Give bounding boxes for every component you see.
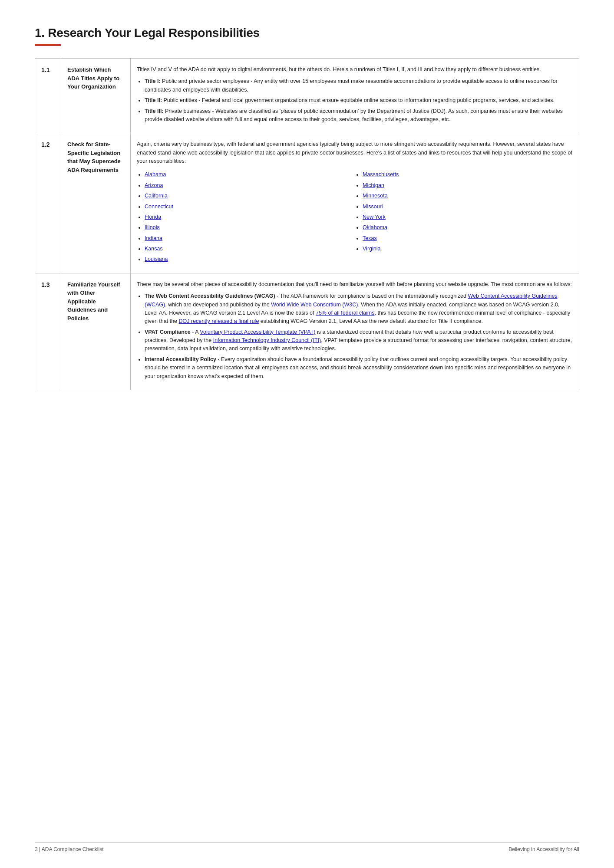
state-link[interactable]: Massachusetts (363, 171, 399, 178)
states-col2: MassachusettsMichiganMinnesotaMissouriNe… (363, 171, 573, 266)
doj-rule-link[interactable]: DOJ recently released a final rule (179, 318, 259, 324)
list-item: Michigan (363, 181, 573, 190)
state-link[interactable]: Oklahoma (363, 224, 387, 230)
row-intro-1-1: Titles IV and V of the ADA do not apply … (137, 66, 573, 74)
list-item: Kansas (145, 245, 355, 253)
list-item: Title I: Public and private sector emplo… (145, 77, 573, 94)
row-intro-1-3: There may be several other pieces of acc… (137, 280, 573, 289)
row-content-1-1: Titles IV and V of the ADA do not apply … (131, 59, 579, 133)
list-item: VPAT Compliance - A Voluntary Product Ac… (145, 328, 573, 353)
list-item: Oklahoma (363, 224, 573, 232)
row-num-1-1: 1.1 (35, 59, 61, 133)
list-item: Florida (145, 213, 355, 221)
title-i-label: Title I: (145, 78, 161, 84)
table-row: 1.2 Check for State-Specific Legislation… (35, 133, 579, 273)
state-link[interactable]: Arizona (145, 182, 163, 188)
list-item: Indiana (145, 234, 355, 243)
list-item: New York (363, 213, 573, 221)
row-intro-1-2: Again, criteria vary by business type, w… (137, 140, 573, 165)
row-title-1-1: Establish Which ADA Titles Apply to Your… (61, 59, 131, 133)
list-item: Illinois (145, 224, 355, 232)
row-num-1-2: 1.2 (35, 133, 61, 273)
state-link[interactable]: Texas (363, 235, 377, 241)
footer: 3 | ADA Compliance Checklist Believing i… (35, 842, 579, 852)
state-link[interactable]: Kansas (145, 246, 163, 252)
title-underline (35, 44, 61, 46)
states-two-col: AlabamaArizonaCaliforniaConnecticutFlori… (137, 169, 573, 266)
page-title: 1. Research Your Legal Responsibilities (35, 26, 579, 40)
list-item: Missouri (363, 203, 573, 211)
table-row: 1.1 Establish Which ADA Titles Apply to … (35, 59, 579, 133)
row-content-1-3: There may be several other pieces of acc… (131, 273, 579, 390)
row-list-1-1: Title I: Public and private sector emplo… (145, 77, 573, 124)
list-item: Title III: Private businesses - Websites… (145, 107, 573, 124)
list-item: Title II: Public entities - Federal and … (145, 96, 573, 105)
list-item: Texas (363, 234, 573, 243)
list-item: Arizona (145, 181, 355, 190)
states-col1: AlabamaArizonaCaliforniaConnecticutFlori… (145, 171, 355, 266)
row-num-1-3: 1.3 (35, 273, 61, 390)
list-item: Louisiana (145, 255, 355, 263)
w3c-link[interactable]: World Wide Web Consortium (W3C) (271, 302, 358, 308)
title-ii-label: Title II: (145, 97, 162, 103)
list-item: Alabama (145, 171, 355, 179)
footer-right: Believing in Accessibility for All (508, 846, 579, 852)
footer-left: 3 | ADA Compliance Checklist (35, 846, 104, 852)
state-link[interactable]: Louisiana (145, 256, 168, 262)
state-link[interactable]: Connecticut (145, 204, 173, 210)
list-item: Internal Accessibility Policy - Every or… (145, 355, 573, 381)
state-link[interactable]: Virginia (363, 246, 380, 252)
content-table: 1.1 Establish Which ADA Titles Apply to … (35, 58, 579, 390)
list-item: Connecticut (145, 203, 355, 211)
state-link[interactable]: Minnesota (363, 193, 388, 199)
list-item: California (145, 192, 355, 200)
list-item: Massachusetts (363, 171, 573, 179)
policy-label: Internal Accessibility Policy (145, 356, 216, 362)
state-link[interactable]: Indiana (145, 235, 162, 241)
vpat-label: VPAT Compliance (145, 329, 191, 335)
state-link[interactable]: Alabama (145, 171, 166, 178)
federal-claims-link[interactable]: 75% of all federal claims (316, 310, 374, 316)
row-title-1-3: Familiarize Yourself with Other Applicab… (61, 273, 131, 390)
row-title-1-2: Check for State-Specific Legislation tha… (61, 133, 131, 273)
list-item: Virginia (363, 245, 573, 253)
state-link[interactable]: California (145, 193, 168, 199)
state-link[interactable]: Illinois (145, 224, 160, 230)
state-link[interactable]: Florida (145, 214, 161, 220)
title-iii-label: Title III: (145, 108, 164, 114)
row-list-1-3: The Web Content Accessibility Guidelines… (145, 292, 573, 381)
state-link[interactable]: Michigan (363, 182, 384, 188)
iti-link[interactable]: Information Technology Industry Council … (213, 337, 321, 343)
list-item: Minnesota (363, 192, 573, 200)
row-content-1-2: Again, criteria vary by business type, w… (131, 133, 579, 273)
vpat-link[interactable]: Voluntary Product Accessibility Template… (200, 329, 315, 335)
state-link[interactable]: New York (363, 214, 386, 220)
wcag-label: The Web Content Accessibility Guidelines… (145, 293, 275, 299)
table-row: 1.3 Familiarize Yourself with Other Appl… (35, 273, 579, 390)
list-item: The Web Content Accessibility Guidelines… (145, 292, 573, 326)
state-link[interactable]: Missouri (363, 204, 383, 210)
